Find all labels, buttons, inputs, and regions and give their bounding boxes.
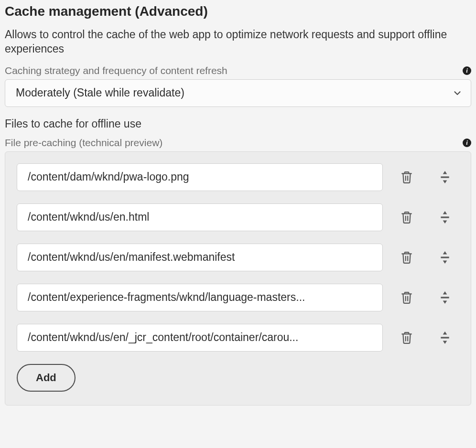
cache-management-panel: Cache management (Advanced) Allows to co… (0, 0, 476, 415)
files-heading: Files to cache for offline use (5, 117, 471, 130)
strategy-label-row: Caching strategy and frequency of conten… (5, 65, 471, 76)
file-row: /content/wknd/us/en/manifest.webmanifest (17, 244, 459, 271)
strategy-label: Caching strategy and frequency of conten… (5, 65, 227, 76)
svg-marker-4 (443, 180, 447, 183)
file-row: /content/experience-fragments/wknd/langu… (17, 284, 459, 311)
delete-button[interactable] (392, 287, 421, 308)
trash-icon (400, 170, 413, 184)
trash-icon (400, 331, 413, 345)
svg-rect-13 (441, 256, 449, 258)
file-path-input[interactable]: /content/experience-fragments/wknd/langu… (17, 284, 383, 311)
svg-marker-22 (443, 331, 447, 335)
reorder-icon (439, 290, 451, 305)
svg-rect-3 (441, 176, 449, 178)
info-icon[interactable]: i (463, 66, 471, 75)
file-row: /content/wknd/us/en/_jcr_content/root/co… (17, 324, 459, 352)
delete-button[interactable] (392, 167, 421, 188)
file-precache-multifield: /content/dam/wknd/pwa-logo.png (5, 151, 471, 405)
strategy-select[interactable]: Moderately (Stale while revalidate) (5, 79, 471, 107)
delete-button[interactable] (392, 327, 421, 348)
svg-marker-24 (443, 341, 447, 344)
svg-marker-7 (443, 211, 447, 214)
section-description: Allows to control the cache of the web a… (5, 28, 471, 56)
delete-button[interactable] (392, 247, 421, 268)
svg-marker-19 (443, 300, 447, 304)
svg-marker-14 (443, 260, 447, 264)
svg-rect-8 (441, 216, 449, 218)
file-path-input[interactable]: /content/wknd/us/en/manifest.webmanifest (17, 244, 383, 271)
svg-marker-2 (443, 171, 447, 174)
delete-button[interactable] (392, 207, 421, 228)
precache-label-row: File pre-caching (technical preview) i (5, 137, 471, 149)
precache-label: File pre-caching (technical preview) (5, 137, 162, 149)
trash-icon (400, 210, 413, 224)
reorder-button[interactable] (431, 247, 459, 268)
svg-rect-23 (441, 337, 449, 338)
reorder-icon (439, 210, 451, 224)
reorder-button[interactable] (431, 287, 459, 308)
file-row: /content/dam/wknd/pwa-logo.png (17, 163, 459, 191)
section-title: Cache management (Advanced) (5, 4, 471, 19)
info-icon[interactable]: i (463, 139, 471, 147)
trash-icon (400, 250, 413, 265)
reorder-icon (439, 331, 451, 345)
reorder-icon (439, 250, 451, 265)
svg-marker-9 (443, 220, 447, 224)
file-path-input[interactable]: /content/wknd/us/en/_jcr_content/root/co… (17, 324, 383, 352)
reorder-button[interactable] (431, 207, 459, 228)
trash-icon (400, 290, 413, 305)
strategy-value: Moderately (Stale while revalidate) (16, 86, 184, 99)
file-path-input[interactable]: /content/dam/wknd/pwa-logo.png (17, 163, 383, 191)
file-path-input[interactable]: /content/wknd/us/en.html (17, 203, 383, 231)
reorder-button[interactable] (431, 327, 459, 348)
reorder-button[interactable] (431, 167, 459, 188)
svg-rect-18 (441, 297, 449, 298)
svg-marker-17 (443, 291, 447, 295)
reorder-icon (439, 170, 451, 184)
svg-marker-12 (443, 251, 447, 255)
add-button[interactable]: Add (17, 364, 76, 392)
file-row: /content/wknd/us/en.html (17, 203, 459, 231)
